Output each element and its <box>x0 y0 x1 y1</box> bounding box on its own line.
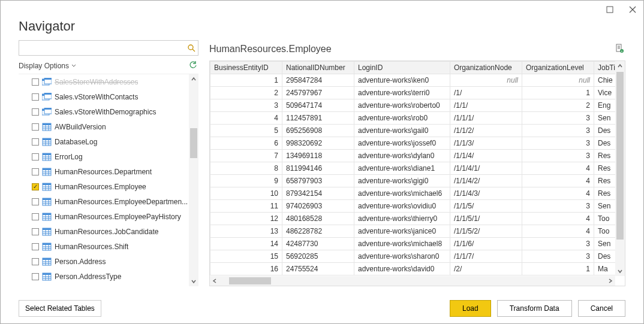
grid-hscrollbar[interactable] <box>210 276 615 286</box>
checkbox[interactable] <box>32 243 39 250</box>
checkbox[interactable] <box>32 123 39 131</box>
refresh-button[interactable] <box>189 61 198 71</box>
tree-item[interactable]: HumanResources.Shift <box>19 239 189 254</box>
column-header[interactable]: OrganizationNode <box>450 62 522 74</box>
cell: adventure-works\rob0 <box>354 112 450 125</box>
cell: /1/1/6/ <box>450 238 522 250</box>
column-header[interactable]: NationalIDNumber <box>282 62 354 74</box>
preview-options-button[interactable]: + <box>615 44 625 54</box>
table-row[interactable]: 7134969118adventure-works\dylan0/1/1/4/3… <box>210 150 616 162</box>
column-header[interactable]: OrganizationLevel <box>522 62 594 74</box>
search-box[interactable] <box>19 40 198 56</box>
cell: 974026903 <box>282 200 354 213</box>
tree-item[interactable]: SalesStoreWithAddresses <box>19 74 189 89</box>
scroll-up-icon[interactable] <box>616 62 624 69</box>
checkbox[interactable] <box>32 93 39 101</box>
cell: 8 <box>210 162 282 175</box>
table-row[interactable]: 4112457891adventure-works\rob0/1/1/1/3Se… <box>210 112 616 125</box>
tree-item[interactable]: ErrorLog <box>19 149 189 164</box>
table-row[interactable]: 6998320692adventure-works\jossef0/1/1/3/… <box>210 137 616 150</box>
tree-item[interactable]: Person.Address <box>19 254 189 269</box>
checkbox[interactable] <box>32 183 39 190</box>
svg-rect-12 <box>44 93 52 95</box>
scroll-right-icon[interactable] <box>607 277 614 284</box>
tree-item[interactable]: Sales.vStoreWithDemographics <box>19 104 189 119</box>
search-input[interactable] <box>19 44 185 52</box>
checkbox[interactable] <box>32 78 39 86</box>
tree-item[interactable]: HumanResources.Employee <box>19 179 189 194</box>
tree: SalesStoreWithAddressesSales.vStoreWithC… <box>19 74 189 286</box>
tree-item[interactable]: HumanResources.JobCandidate <box>19 224 189 239</box>
checkbox[interactable] <box>32 258 39 265</box>
table-icon <box>42 272 52 281</box>
checkbox[interactable] <box>32 228 39 235</box>
table-row[interactable]: 12480168528adventure-works\thierry0/1/1/… <box>210 213 616 225</box>
tree-item[interactable]: Sales.vStoreWithContacts <box>19 89 189 104</box>
cell: 42487730 <box>282 238 354 250</box>
load-button[interactable]: Load <box>450 300 491 317</box>
data-grid[interactable]: BusinessEntityIDNationalIDNumberLoginIDO… <box>210 61 615 276</box>
tree-scroll-thumb[interactable] <box>190 128 197 158</box>
tree-item[interactable]: DatabaseLog <box>19 134 189 149</box>
grid-vscrollbar[interactable] <box>615 61 625 276</box>
cell: /2/ <box>450 263 522 275</box>
cell: 12 <box>210 213 282 225</box>
checkbox[interactable] <box>32 198 39 205</box>
cell: 112457891 <box>282 112 354 125</box>
checkbox[interactable] <box>32 213 39 220</box>
scroll-down-icon[interactable] <box>190 278 197 285</box>
column-header[interactable]: JobTitle <box>594 62 616 74</box>
table-row[interactable]: 1295847284adventure-works\ken0nullnullCh… <box>210 74 616 87</box>
tree-item[interactable]: HumanResources.EmployeeDepartmen... <box>19 194 189 209</box>
svg-point-3 <box>188 45 193 50</box>
cell: 3 <box>522 238 594 250</box>
cell: null <box>522 74 594 87</box>
table-row[interactable]: 1442487730adventure-works\michael8/1/1/6… <box>210 238 616 250</box>
checkbox[interactable] <box>32 138 39 146</box>
table-row[interactable]: 10879342154adventure-works\michael6/1/1/… <box>210 187 616 200</box>
display-options-dropdown[interactable]: Display Options <box>19 62 76 70</box>
page-title: Navigator <box>1 19 643 40</box>
cell: 2 <box>522 99 594 112</box>
cell: 295847284 <box>282 74 354 87</box>
search-icon[interactable] <box>185 44 198 52</box>
refresh-icon <box>189 61 197 69</box>
table-row[interactable]: 1624755524adventure-works\david0/2/1Ma <box>210 263 616 275</box>
column-header[interactable]: BusinessEntityID <box>210 62 282 74</box>
maximize-button[interactable] <box>603 2 617 17</box>
checkbox[interactable] <box>32 273 39 280</box>
table-row[interactable]: 13486228782adventure-works\janice0/1/1/5… <box>210 225 616 238</box>
table-row[interactable]: 1556920285adventure-works\sharon0/1/1/7/… <box>210 250 616 263</box>
scroll-down-icon[interactable] <box>616 268 624 275</box>
checkbox[interactable] <box>32 168 39 175</box>
table-icon <box>42 258 52 266</box>
scroll-left-icon[interactable] <box>211 277 218 284</box>
select-related-tables-button[interactable]: Select Related Tables <box>19 300 101 317</box>
tree-item[interactable]: AWBuildVersion <box>19 119 189 134</box>
cell: 1 <box>522 263 594 275</box>
tree-item-label: HumanResources.JobCandidate <box>55 228 158 236</box>
tree-item[interactable]: HumanResources.EmployeePayHistory <box>19 209 189 224</box>
footer-buttons: Load Transform Data Cancel <box>450 300 625 317</box>
cell: /1/1/ <box>450 99 522 112</box>
left-panel: Display Options SalesStoreWithAddressesS… <box>19 40 198 286</box>
scroll-up-icon[interactable] <box>190 75 197 83</box>
table-row[interactable]: 11974026903adventure-works\ovidiu0/1/1/5… <box>210 200 616 213</box>
table-row[interactable]: 9658797903adventure-works\gigi0/1/1/4/2/… <box>210 175 616 187</box>
table-row[interactable]: 5695256908adventure-works\gail0/1/1/2/3D… <box>210 125 616 137</box>
checkbox[interactable] <box>32 108 39 116</box>
cancel-button[interactable]: Cancel <box>578 300 625 317</box>
transform-data-button[interactable]: Transform Data <box>497 300 572 317</box>
tree-scrollbar[interactable] <box>189 74 198 286</box>
tree-item[interactable]: Person.AddressType <box>19 269 189 284</box>
grid-vscroll-thumb[interactable] <box>616 72 624 240</box>
tree-item[interactable]: HumanResources.Department <box>19 164 189 179</box>
table-row[interactable]: 2245797967adventure-works\terri0/1/1Vice <box>210 87 616 99</box>
table-row[interactable]: 8811994146adventure-works\diane1/1/1/4/1… <box>210 162 616 175</box>
grid-hscroll-thumb[interactable] <box>229 277 271 284</box>
column-header[interactable]: LoginID <box>354 62 450 74</box>
table-row[interactable]: 3509647174adventure-works\roberto0/1/1/2… <box>210 99 616 112</box>
close-button[interactable] <box>625 2 640 17</box>
checkbox[interactable] <box>32 153 39 161</box>
cell: null <box>450 74 522 87</box>
